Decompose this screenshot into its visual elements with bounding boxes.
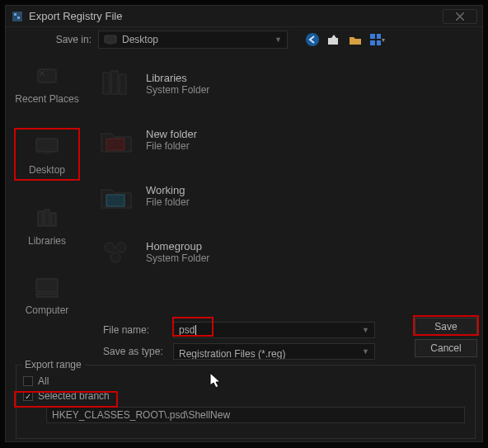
cancel-button[interactable]: Cancel xyxy=(415,339,477,357)
svg-rect-5 xyxy=(105,35,116,43)
export-registry-dialog: Export Registry File Save in: Desktop ▼ xyxy=(5,5,483,442)
item-name: Libraries xyxy=(146,72,209,84)
sidebar-item-label: Desktop xyxy=(29,164,65,176)
svg-rect-12 xyxy=(377,40,381,45)
svg-rect-15 xyxy=(43,152,51,154)
sidebar-item-label: Computer xyxy=(26,304,69,316)
item-name: New folder xyxy=(146,128,197,140)
option-selected-branch[interactable]: ✓ Selected branch xyxy=(23,389,470,403)
desktop-icon xyxy=(30,133,63,161)
back-button[interactable] xyxy=(304,31,321,48)
svg-rect-6 xyxy=(108,43,113,45)
view-menu-button[interactable]: ▾ xyxy=(368,31,385,48)
svg-rect-23 xyxy=(120,74,126,94)
places-sidebar: Recent Places Desktop Libraries Computer xyxy=(6,52,88,347)
svg-rect-1 xyxy=(14,13,16,16)
computer-icon xyxy=(30,273,63,301)
close-icon xyxy=(456,12,464,21)
sidebar-item-libraries[interactable]: Libraries xyxy=(14,200,80,250)
filetype-value: Registration Files (*.reg) xyxy=(179,348,285,360)
dialog-title: Export Registry File xyxy=(29,10,443,22)
sidebar-item-computer[interactable]: Computer xyxy=(14,270,80,319)
save-in-label: Save in: xyxy=(47,34,92,45)
folder-icon xyxy=(96,120,136,159)
save-in-combo[interactable]: Desktop ▼ xyxy=(98,31,288,49)
new-folder-icon xyxy=(348,32,363,47)
svg-rect-22 xyxy=(111,71,118,94)
chevron-down-icon: ▾ xyxy=(382,36,385,44)
svg-rect-25 xyxy=(106,195,124,206)
svg-point-28 xyxy=(110,252,120,262)
svg-point-26 xyxy=(105,243,115,252)
svg-rect-10 xyxy=(377,34,381,39)
svg-rect-11 xyxy=(370,40,375,45)
up-level-button[interactable] xyxy=(326,31,342,48)
item-type: System Folder xyxy=(146,84,209,96)
svg-rect-19 xyxy=(36,279,58,292)
libraries-icon xyxy=(30,204,63,232)
chevron-down-icon: ▼ xyxy=(362,326,369,334)
folder-up-icon xyxy=(326,32,341,47)
list-item[interactable]: Homegroup System Folder xyxy=(96,227,474,276)
item-type: System Folder xyxy=(146,252,209,264)
new-folder-button[interactable] xyxy=(347,31,364,48)
item-type: File folder xyxy=(146,196,190,208)
filename-input[interactable]: psd ▼ xyxy=(173,322,375,338)
sidebar-item-label: Libraries xyxy=(28,235,66,247)
view-icon xyxy=(368,32,381,47)
folder-icon xyxy=(96,176,136,215)
app-icon xyxy=(11,10,24,23)
sidebar-item-desktop[interactable]: Desktop xyxy=(14,128,80,181)
option-all-label: All xyxy=(38,375,49,387)
homegroup-icon xyxy=(96,232,136,271)
svg-rect-24 xyxy=(106,139,124,150)
sidebar-item-label: Recent Places xyxy=(15,93,78,105)
chevron-down-icon: ▼ xyxy=(362,347,369,356)
option-selected-label: Selected branch xyxy=(38,390,110,402)
text-caret xyxy=(195,325,196,336)
svg-rect-17 xyxy=(45,210,49,226)
svg-rect-18 xyxy=(51,213,56,226)
filetype-label: Save as type: xyxy=(103,346,165,357)
item-name: Homegroup xyxy=(146,240,209,252)
close-button[interactable] xyxy=(443,9,477,24)
item-type: File folder xyxy=(146,140,197,152)
sidebar-item-recent[interactable]: Recent Places xyxy=(14,59,80,108)
save-button[interactable]: Save xyxy=(415,318,477,336)
svg-rect-13 xyxy=(38,69,56,83)
list-item[interactable]: Libraries System Folder xyxy=(96,59,474,108)
svg-point-7 xyxy=(306,33,319,46)
export-range-group: Export range All ✓ Selected branch HKEY_… xyxy=(16,365,476,439)
chevron-down-icon: ▼ xyxy=(274,35,282,44)
filename-value: psd xyxy=(179,324,195,336)
export-range-legend: Export range xyxy=(21,359,85,370)
filetype-combo[interactable]: Registration Files (*.reg) ▼ xyxy=(173,343,375,360)
item-name: Working xyxy=(146,184,190,196)
save-in-row: Save in: Desktop ▼ ▾ xyxy=(6,27,482,52)
svg-rect-20 xyxy=(36,294,58,297)
titlebar: Export Registry File xyxy=(6,6,482,27)
checkbox-selected[interactable]: ✓ xyxy=(23,391,33,401)
svg-rect-2 xyxy=(17,17,20,19)
list-item[interactable]: New folder File folder xyxy=(96,115,474,164)
svg-point-27 xyxy=(116,243,126,252)
save-in-value: Desktop xyxy=(122,34,158,45)
option-all[interactable]: All xyxy=(23,374,470,389)
checkbox-all[interactable] xyxy=(23,376,33,386)
desktop-icon xyxy=(104,33,117,46)
recent-places-icon xyxy=(30,62,63,90)
svg-rect-21 xyxy=(103,73,110,94)
libraries-icon xyxy=(96,64,136,103)
svg-rect-14 xyxy=(36,139,58,152)
svg-rect-8 xyxy=(328,38,338,45)
list-item[interactable]: Working File folder xyxy=(96,171,474,220)
branch-path-value: HKEY_CLASSES_ROOT\.psd\ShellNew xyxy=(52,409,230,421)
back-arrow-icon xyxy=(305,32,320,47)
svg-rect-9 xyxy=(370,34,375,39)
file-list[interactable]: Libraries System Folder New folder File … xyxy=(88,52,482,347)
svg-rect-16 xyxy=(38,211,43,226)
filename-label: File name: xyxy=(103,324,165,336)
branch-path-input[interactable]: HKEY_CLASSES_ROOT\.psd\ShellNew xyxy=(46,407,465,423)
